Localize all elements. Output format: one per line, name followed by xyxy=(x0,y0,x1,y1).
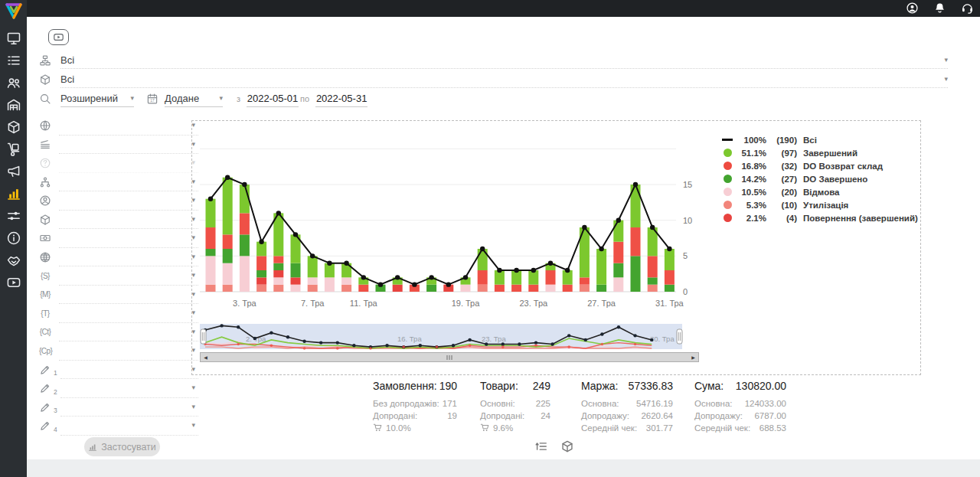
filter-select[interactable]: ▾ xyxy=(59,229,198,248)
sidebar-item-info[interactable] xyxy=(6,230,21,246)
chevron-down-icon: ▾ xyxy=(191,403,198,410)
product-select[interactable]: Всі ▾ xyxy=(60,71,948,88)
upsell-percent: 9.6% xyxy=(480,423,550,433)
filter-select[interactable]: ▾ xyxy=(59,266,198,286)
svg-text:11. Тра: 11. Тра xyxy=(350,299,378,308)
legend-item[interactable]: 51.1% (97) Завершений xyxy=(722,146,918,159)
sidebar-item-box[interactable] xyxy=(6,119,21,135)
box-toggle-button[interactable] xyxy=(560,439,574,453)
apply-button[interactable]: Застосувати xyxy=(84,437,160,456)
filter-row: {Ct}▾ xyxy=(39,323,198,342)
filter-select[interactable]: ▾ xyxy=(59,323,198,342)
sidebar-item-video[interactable] xyxy=(6,275,21,290)
sidebar-item-chart[interactable] xyxy=(6,186,21,201)
filter-row: 1▾ xyxy=(39,361,198,380)
stat-column: Товари:249 Основні:225Допродані:24 9.6% xyxy=(480,380,550,434)
sidebar-item-users[interactable] xyxy=(6,75,21,90)
calendar-icon: 17 xyxy=(146,93,158,105)
sidebar-item-list[interactable] xyxy=(6,53,21,68)
filter-select[interactable]: ▾ xyxy=(59,173,198,192)
globe-icon xyxy=(39,119,51,132)
filter-select[interactable]: ▾ xyxy=(59,116,198,136)
filter-row: {Cp}▾ xyxy=(39,341,198,361)
cube-icon xyxy=(39,214,51,226)
megaphone-icon xyxy=(6,164,21,179)
filter-select[interactable]: ▾ xyxy=(60,398,198,417)
svg-text:0: 0 xyxy=(683,287,688,296)
legend-item[interactable]: 10.5% (20) Відмова xyxy=(722,185,918,198)
code-filter-label: {M} xyxy=(39,290,51,299)
filter-select[interactable]: ▾ xyxy=(59,341,198,361)
view-toggle-icons xyxy=(534,439,574,453)
video-help-button[interactable] xyxy=(48,29,69,45)
filter-row: ▾ xyxy=(39,229,198,248)
chevron-down-icon: ▾ xyxy=(219,95,223,102)
user-icon xyxy=(39,194,51,207)
category-select[interactable]: Всі ▾ xyxy=(60,52,948,69)
code-filter-label: {S} xyxy=(39,272,51,280)
date-field-select[interactable]: Додане ▾ xyxy=(165,90,223,107)
search-icon-slot xyxy=(39,93,51,105)
navigator-handle[interactable] xyxy=(677,329,682,344)
product-value: Всі xyxy=(60,74,74,85)
pencil-icon xyxy=(39,420,51,432)
chart-legend: 100% (190) Всі 51.1% (97) Завершений 16.… xyxy=(722,133,918,224)
listsort-toggle-button[interactable] xyxy=(534,439,548,453)
topbar-icons xyxy=(906,2,974,15)
main-content: Всі ▾ Всі ▾ Розширений ▾ 17 Додане ▾ з 2… xyxy=(27,17,980,477)
users-icon xyxy=(6,75,21,90)
sidebar-item-warehouse[interactable] xyxy=(6,97,21,113)
svg-text:23. Тра: 23. Тра xyxy=(519,299,548,308)
sidebar-item-handshake[interactable] xyxy=(6,253,21,268)
bell-button[interactable] xyxy=(933,2,946,15)
navigator-scrollbar[interactable]: ◀ ▶ xyxy=(200,352,699,362)
navigator-handle[interactable] xyxy=(201,329,206,344)
stat-row: Без допродажів:171 xyxy=(373,397,457,410)
legend-item[interactable]: 2.1% (4) Повернення (завершений) xyxy=(722,211,918,224)
monitor-icon xyxy=(6,31,21,46)
sidebar-item-dolly[interactable] xyxy=(6,142,21,157)
stat-row: Основна:54716.19 xyxy=(581,397,673,410)
legend-item[interactable]: 16.8% (32) DO Возврат склад xyxy=(722,159,918,172)
headset-button[interactable] xyxy=(961,2,974,15)
legend-item[interactable]: 5.3% (10) Утилізація xyxy=(722,198,918,211)
filter-select[interactable]: ▾ xyxy=(59,136,198,155)
legend-item[interactable]: 14.2% (27) DO Завершено xyxy=(722,172,918,185)
svg-text:15: 15 xyxy=(683,180,692,189)
account-button[interactable] xyxy=(906,2,919,15)
filter-select[interactable]: ▾ xyxy=(59,248,198,267)
filter-select[interactable]: ▾ xyxy=(59,191,198,211)
sliders-icon xyxy=(6,208,21,224)
date-from-input[interactable]: 2022-05-01 xyxy=(247,90,299,107)
search-mode-select[interactable]: Розширений ▾ xyxy=(60,90,134,107)
sidebar-item-monitor[interactable] xyxy=(6,31,21,46)
box-icon xyxy=(39,74,51,86)
scroll-right-icon[interactable]: ▶ xyxy=(688,353,698,361)
cart-icon xyxy=(480,423,490,433)
filter-select[interactable]: ▾ xyxy=(60,379,198,398)
sidebar-item-sliders[interactable] xyxy=(6,208,21,224)
sidebar-item-megaphone[interactable] xyxy=(6,164,21,179)
filter-row: ▾ xyxy=(39,136,198,155)
scrollbar-track[interactable] xyxy=(211,353,688,361)
scrollbar-grip[interactable] xyxy=(447,355,452,360)
app-logo-icon xyxy=(4,2,24,21)
date-to-input[interactable]: 2022-05-31 xyxy=(315,90,368,107)
stat-row: Допродані:24 xyxy=(480,410,550,422)
warehouse-icon xyxy=(6,97,21,113)
video-icon xyxy=(53,31,64,43)
filter-select[interactable]: ▾ xyxy=(59,286,198,305)
svg-text:5: 5 xyxy=(683,251,688,260)
filter-select[interactable]: ▾ xyxy=(59,211,198,230)
filter-select[interactable]: ▾ xyxy=(60,361,198,380)
filter-select[interactable]: ▾ xyxy=(59,304,198,323)
bottom-strip xyxy=(27,459,980,477)
svg-text:7. Тра: 7. Тра xyxy=(301,299,325,308)
svg-text:16. Тра: 16. Тра xyxy=(397,335,422,343)
chart-navigator[interactable]: 2. Тра16. Тра23. Тра30. Тра xyxy=(200,323,699,354)
legend-item[interactable]: 100% (190) Всі xyxy=(722,133,918,146)
scroll-left-icon[interactable]: ◀ xyxy=(201,353,211,361)
lines-pen-icon xyxy=(39,139,51,151)
navigator-svg[interactable]: 2. Тра16. Тра23. Тра30. Тра xyxy=(200,323,699,351)
filter-select[interactable]: ▾ xyxy=(60,417,198,436)
